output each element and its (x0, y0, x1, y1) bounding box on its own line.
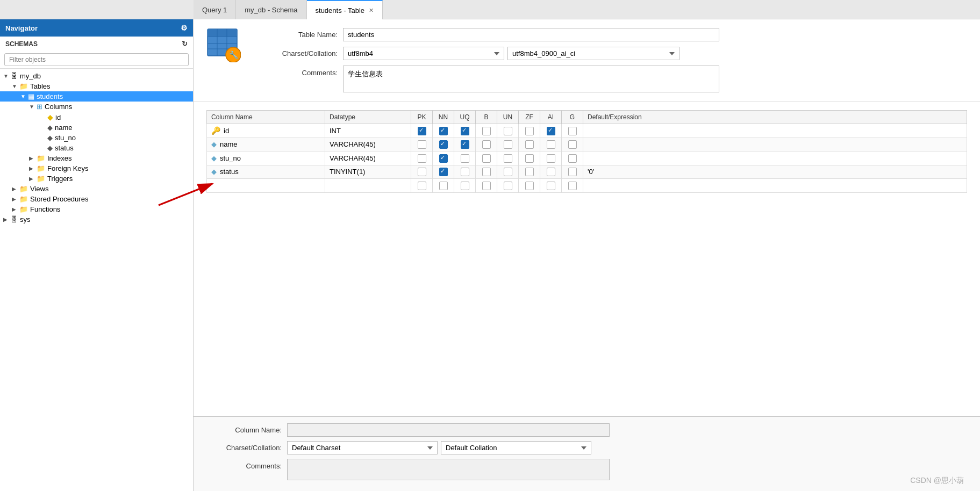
un-checkbox[interactable] (497, 151, 519, 165)
checkbox-icon (418, 127, 426, 135)
table-row[interactable]: ◆ name VARCHAR(45) (207, 138, 967, 151)
expand-arrow-icon: ▶ (29, 155, 37, 161)
column-icon: ◆ (47, 124, 53, 132)
checkbox-icon (482, 127, 491, 135)
table-row[interactable]: 🔑 id INT (207, 124, 967, 138)
g-checkbox[interactable] (562, 138, 583, 151)
charset-select[interactable]: utf8mb4 (343, 47, 504, 60)
table-header-row: Column Name Datatype PK NN UQ B UN ZF AI… (207, 111, 967, 124)
tab-students-table-label: students - Table (316, 6, 365, 15)
tree-item-col-status[interactable]: ◆ status (0, 143, 193, 153)
b-checkbox[interactable] (476, 165, 497, 179)
col-icon: ◆ (211, 154, 217, 162)
comments-label: Comments: (262, 66, 338, 77)
nn-checkbox[interactable] (433, 165, 454, 179)
b-checkbox[interactable] (476, 138, 497, 151)
folder-icon: 📁 (37, 175, 45, 183)
table-row[interactable]: ◆ status TINYINT(1) '0' (207, 165, 967, 179)
content-area: 🔧 Table Name: Charset/Collation: utf8mb4 (194, 19, 980, 491)
tree-item-my-db[interactable]: ▼ 🗄 my_db (0, 71, 193, 81)
tree-item-col-name[interactable]: ◆ name (0, 122, 193, 133)
bottom-column-name-input[interactable] (287, 423, 610, 437)
nn-checkbox[interactable] (433, 124, 454, 138)
datatype-cell: VARCHAR(45) (325, 151, 411, 165)
expand-arrow-icon: ▶ (12, 196, 19, 202)
pk-icon: 🔑 (211, 126, 220, 135)
table-name-input[interactable] (343, 28, 719, 41)
uq-checkbox[interactable] (454, 124, 476, 138)
g-checkbox[interactable] (562, 165, 583, 179)
g-checkbox[interactable] (562, 124, 583, 138)
un-checkbox[interactable] (497, 124, 519, 138)
b-checkbox[interactable] (476, 151, 497, 165)
g-checkbox[interactable] (562, 151, 583, 165)
tree-item-tables[interactable]: ▼ 📁 Tables (0, 81, 193, 91)
bottom-collation-select[interactable]: Default Collation (441, 441, 591, 454)
checkbox-icon (525, 168, 534, 176)
col-icon: ◆ (211, 168, 217, 176)
uq-checkbox[interactable] (454, 138, 476, 151)
filter-input[interactable] (4, 53, 189, 66)
tree-item-foreign-keys[interactable]: ▶ 📁 Foreign Keys (0, 163, 193, 174)
ai-checkbox[interactable] (540, 165, 562, 179)
tree-item-indexes[interactable]: ▶ 📁 Indexes (0, 153, 193, 163)
tree-item-sys[interactable]: ▶ 🗄 sys (0, 214, 193, 225)
b-checkbox[interactable] (476, 124, 497, 138)
pk-checkbox[interactable] (411, 151, 433, 165)
tree-item-triggers[interactable]: ▶ 📁 Triggers (0, 174, 193, 184)
col-header-ai: AI (540, 111, 562, 124)
uq-checkbox[interactable] (454, 151, 476, 165)
checkbox-icon (482, 154, 491, 163)
settings-icon[interactable]: ⚙ (181, 24, 188, 32)
zf-checkbox[interactable] (519, 151, 540, 165)
refresh-icon[interactable]: ↻ (182, 40, 188, 48)
col-header-pk: PK (411, 111, 433, 124)
tree-item-functions[interactable]: ▶ 📁 Functions (0, 204, 193, 214)
col-header-name: Column Name (207, 111, 325, 124)
zf-checkbox[interactable] (519, 165, 540, 179)
zf-checkbox[interactable] (519, 138, 540, 151)
checkbox-icon (439, 127, 448, 135)
bottom-charset-select[interactable]: Default Charset (287, 441, 438, 454)
pk-checkbox[interactable] (411, 138, 433, 151)
table-row[interactable]: ◆ stu_no VARCHAR(45) (207, 151, 967, 165)
tree-item-col-stu-no[interactable]: ◆ stu_no (0, 133, 193, 143)
checkbox-icon (461, 168, 469, 176)
un-checkbox[interactable] (497, 165, 519, 179)
tab-query1[interactable]: Query 1 (194, 0, 236, 19)
charset-label: Charset/Collation: (262, 49, 338, 57)
table-row-empty[interactable] (207, 179, 967, 193)
checkbox-icon (525, 154, 534, 163)
close-icon[interactable]: ✕ (369, 7, 374, 14)
checkbox-icon (418, 154, 426, 163)
tree-item-columns[interactable]: ▼ ⊞ Columns (0, 102, 193, 112)
tree-item-stored-procedures[interactable]: ▶ 📁 Stored Procedures (0, 194, 193, 204)
ai-checkbox[interactable] (540, 124, 562, 138)
ai-checkbox[interactable] (540, 151, 562, 165)
svg-text:🔧: 🔧 (229, 50, 239, 60)
zf-checkbox[interactable] (519, 124, 540, 138)
nn-checkbox[interactable] (433, 138, 454, 151)
folder-icon: 📁 (19, 185, 28, 193)
ai-checkbox[interactable] (540, 138, 562, 151)
pk-checkbox[interactable] (411, 124, 433, 138)
tree-item-views[interactable]: ▶ 📁 Views (0, 184, 193, 194)
checkbox-icon (568, 154, 577, 163)
checkbox-icon (482, 182, 491, 190)
table-name-label: Table Name: (262, 31, 338, 39)
database-icon: 🗄 (11, 72, 18, 80)
schema-tree: ▼ 🗄 my_db ▼ 📁 Tables ▼ ▦ students ▼ ⊞ Co… (0, 69, 193, 491)
bottom-comments-textarea[interactable] (287, 459, 610, 480)
comments-textarea[interactable]: 学生信息表 (343, 66, 719, 92)
filter-bar (0, 51, 193, 69)
nn-checkbox[interactable] (433, 151, 454, 165)
un-checkbox[interactable] (497, 138, 519, 151)
tab-students-table[interactable]: students - Table ✕ (307, 0, 383, 19)
collation-select[interactable]: utf8mb4_0900_ai_ci (507, 47, 679, 60)
pk-checkbox[interactable] (411, 165, 433, 179)
uq-checkbox[interactable] (454, 165, 476, 179)
checkbox-icon (439, 154, 448, 163)
tree-item-students[interactable]: ▼ ▦ students (0, 91, 193, 102)
tree-item-col-id[interactable]: ◆ id (0, 112, 193, 122)
tab-my-db-schema[interactable]: my_db - Schema (236, 0, 306, 19)
